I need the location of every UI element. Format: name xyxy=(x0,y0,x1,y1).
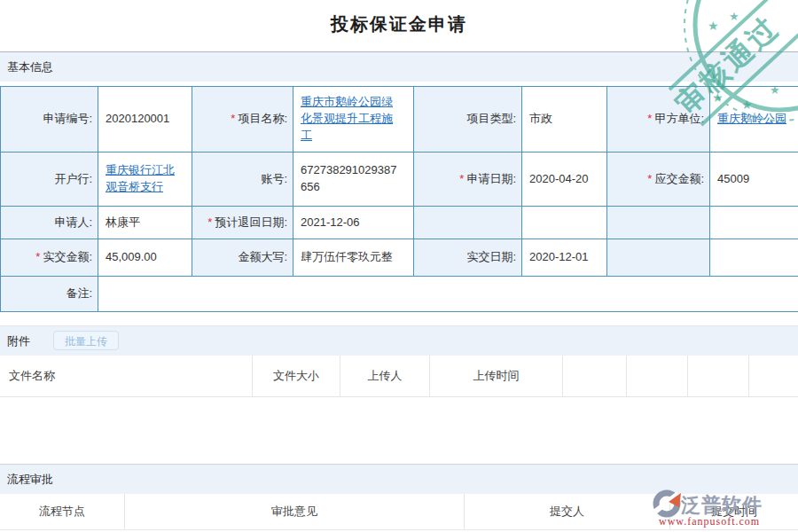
field-label-cell: *申请日期: xyxy=(414,153,522,207)
field-value-cell xyxy=(522,207,607,239)
field-value-cell: 2020-12-01 xyxy=(522,239,607,277)
field-value-cell: 林康平 xyxy=(98,207,192,239)
field-label-cell: 实交日期: xyxy=(414,239,522,277)
field-label-cell: 开户行: xyxy=(1,153,98,207)
field-label-cell xyxy=(607,207,710,239)
field-value-cell: 重庆鹅岭公园 xyxy=(710,87,798,153)
page: 投标保证金申请 基本信息 申请编号:2020120001*项目名称:重庆市鹅岭公… xyxy=(0,0,798,532)
field-label-cell: 账号: xyxy=(192,153,293,207)
field-value-link[interactable]: 重庆鹅岭公园 xyxy=(717,112,786,125)
workflow-table-header-row: 流程节点审批意见提交人提交时间 xyxy=(0,494,798,530)
field-value-cell xyxy=(98,277,798,312)
section-header-basic-info: 基本信息 xyxy=(0,51,798,82)
field-value-cell: 45,009.00 xyxy=(98,239,192,277)
section-header-attachments: 附件批量上传 xyxy=(0,325,798,356)
section-basic-info-label: 基本信息 xyxy=(7,60,53,74)
field-value-cell: 重庆银行江北观音桥支行 xyxy=(98,153,192,207)
basic-info-row: 申请编号:2020120001*项目名称:重庆市鹅岭公园绿化景观提升工程施工项目… xyxy=(1,87,798,153)
field-value-link[interactable]: 重庆银行江北观音桥支行 xyxy=(106,163,175,193)
field-label-cell xyxy=(607,239,710,277)
attachments-header-cell xyxy=(627,356,688,396)
attachments-header-cell xyxy=(563,356,627,396)
basic-info-row: 开户行:重庆银行江北观音桥支行账号:672738291029387656*申请日… xyxy=(1,153,798,207)
field-value-link[interactable]: 重庆市鹅岭公园绿化景观提升工程施工 xyxy=(301,95,393,142)
section-workflow-label: 流程审批 xyxy=(7,473,53,486)
field-label-cell: *项目名称: xyxy=(192,87,293,153)
attachments-header-cell: 文件名称 xyxy=(0,356,253,396)
basic-info-row: 申请人:林康平*预计退回日期:2021-12-06 xyxy=(1,207,798,239)
workflow-header-cell: 提交时间 xyxy=(670,494,798,529)
field-label-cell: 项目类型: xyxy=(414,87,522,153)
attachments-header-cell: 文件大小 xyxy=(253,356,340,396)
attachments-header-cell xyxy=(688,356,749,396)
field-value-cell: 672738291029387656 xyxy=(293,153,414,207)
field-value-cell: 2021-12-06 xyxy=(293,207,414,239)
field-label-cell: *实交金额: xyxy=(1,239,98,277)
field-value-cell: 市政 xyxy=(522,87,607,153)
field-label-cell: *甲方单位: xyxy=(607,87,710,153)
required-asterisk: * xyxy=(459,172,464,185)
field-label-cell: 申请编号: xyxy=(1,87,98,153)
required-asterisk: * xyxy=(35,250,40,263)
workflow-header-cell: 提交人 xyxy=(465,494,670,529)
field-label-cell: *预计退回日期: xyxy=(192,207,293,239)
attachments-header-cell: 上传时间 xyxy=(430,356,563,396)
field-label-cell: 金额大写: xyxy=(192,239,293,277)
batch-upload-button[interactable]: 批量上传 xyxy=(53,331,119,350)
attachments-table-header-row: 文件名称文件大小上传人上传时间 xyxy=(0,356,798,397)
field-value-cell: 45009 xyxy=(710,153,798,207)
attachments-header-cell xyxy=(749,356,798,396)
basic-info-row: *实交金额:45,009.00金额大写:肆万伍仟零玖元整实交日期:2020-12… xyxy=(1,239,798,277)
workflow-header-cell: 审批意见 xyxy=(125,494,465,529)
field-value-cell xyxy=(710,239,798,277)
section-attachments-label: 附件 xyxy=(7,334,30,348)
workflow-header-cell: 流程节点 xyxy=(0,494,125,529)
field-label-cell: 备注: xyxy=(1,277,98,312)
field-value-cell: 2020-04-20 xyxy=(522,153,607,207)
required-asterisk: * xyxy=(647,112,652,125)
basic-info-row: 备注: xyxy=(1,277,798,312)
field-label-cell xyxy=(414,207,522,239)
basic-info-table: 申请编号:2020120001*项目名称:重庆市鹅岭公园绿化景观提升工程施工项目… xyxy=(0,86,798,312)
field-value-cell: 2020120001 xyxy=(98,87,192,153)
field-value-cell xyxy=(710,207,798,239)
required-asterisk: * xyxy=(231,112,235,125)
required-asterisk: * xyxy=(207,215,212,229)
page-title: 投标保证金申请 xyxy=(0,12,798,36)
attachments-header-cell: 上传人 xyxy=(340,356,430,396)
field-value-cell: 重庆市鹅岭公园绿化景观提升工程施工 xyxy=(293,87,414,153)
field-label-cell: 申请人: xyxy=(1,207,98,239)
required-asterisk: * xyxy=(647,172,652,185)
field-value-cell: 肆万伍仟零玖元整 xyxy=(293,239,414,277)
field-label-cell: *应交金额: xyxy=(607,153,710,207)
section-header-workflow: 流程审批 xyxy=(0,464,798,494)
